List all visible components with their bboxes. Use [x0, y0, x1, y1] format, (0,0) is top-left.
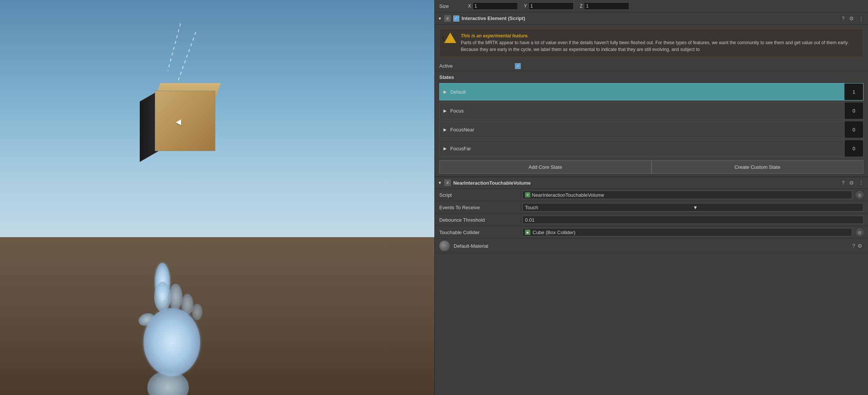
create-custom-state-button[interactable]: Create Custom State — [652, 160, 864, 174]
script-target-button[interactable]: ◎ — [856, 191, 863, 199]
warning-box: This is an experimental feature. Parts o… — [439, 28, 863, 57]
ie-settings-icon[interactable]: ⚙ — [848, 15, 855, 22]
state-focusfar-name: FocusFar — [450, 146, 844, 151]
ni-collapse-arrow[interactable]: ▼ — [438, 181, 442, 185]
active-label: Active — [439, 63, 515, 69]
ni-section-title: NearInteractionTouchableVolume — [453, 180, 838, 186]
viewport-3d — [0, 0, 434, 395]
state-focusnear-arrow[interactable]: ▶ — [440, 127, 450, 132]
states-section-label: States — [435, 71, 868, 82]
ie-section-title: Interactive Element (Script) — [462, 15, 838, 21]
ie-hash-badge: # — [444, 15, 451, 22]
svg-point-7 — [147, 370, 189, 395]
collider-ref-field[interactable]: ■ Cube (Box Collider) — [522, 228, 852, 236]
events-dropdown[interactable]: Touch ▼ — [522, 203, 863, 211]
collider-row: Touchable Collider ■ Cube (Box Collider)… — [435, 226, 868, 239]
state-item-focusnear[interactable]: ▶ FocusNear 0 — [439, 121, 863, 138]
script-label: Script — [439, 192, 522, 198]
ni-hash-badge: # — [444, 179, 451, 186]
events-row: Events To Receive Touch ▼ — [435, 201, 868, 214]
state-focus-value: 0 — [844, 102, 863, 119]
interactive-element-header: ▼ # ✓ Interactive Element (Script) ? ⚙ ⋮ — [435, 12, 868, 25]
size-x-field: X — [468, 2, 518, 10]
collider-ref-text: Cube (Box Collider) — [533, 230, 575, 235]
debounce-input[interactable] — [522, 216, 863, 224]
size-z-input[interactable] — [584, 2, 629, 10]
state-buttons-row: Add Core State Create Custom State — [439, 160, 863, 174]
script-ref-field[interactable]: # NearInteractionTouchableVolume — [522, 191, 852, 199]
ie-menu-icon[interactable]: ⋮ — [857, 15, 865, 22]
collider-target-button[interactable]: ◎ — [856, 228, 863, 236]
ie-help-icon[interactable]: ? — [840, 15, 846, 22]
size-row: Size X Y Z — [435, 0, 868, 12]
state-focus-arrow[interactable]: ▶ — [440, 108, 450, 113]
svg-point-1 — [154, 282, 171, 312]
warning-text-content: This is an experimental feature. Parts o… — [461, 32, 859, 53]
state-focusfar-value: 0 — [844, 140, 863, 157]
near-interaction-header: ▼ # NearInteractionTouchableVolume ? ⚙ ⋮ — [435, 177, 868, 189]
material-row: Default-Material ? ⚙ — [435, 239, 868, 253]
ni-help-icon[interactable]: ? — [840, 180, 846, 186]
warning-body: Parts of the MRTK appear to have a lot o… — [461, 40, 848, 52]
script-value-container: # NearInteractionTouchableVolume ◎ — [522, 191, 863, 199]
ie-enabled-checkbox[interactable]: ✓ — [453, 15, 459, 22]
add-core-state-button[interactable]: Add Core State — [439, 160, 652, 174]
size-z-label: Z — [580, 3, 582, 9]
script-ref-text: NearInteractionTouchableVolume — [532, 192, 604, 198]
material-settings-icon[interactable]: ⚙ — [856, 243, 863, 249]
material-name-label: Default-Material — [454, 243, 851, 249]
material-sphere-icon — [439, 241, 450, 251]
ni-settings-icon[interactable]: ⚙ — [848, 180, 855, 186]
svg-point-4 — [192, 304, 202, 320]
state-focusnear-name: FocusNear — [450, 127, 844, 133]
collider-label: Touchable Collider — [439, 230, 522, 235]
collider-value-container: ■ Cube (Box Collider) ◎ — [522, 228, 863, 236]
state-item-focus[interactable]: ▶ Focus 0 — [439, 102, 863, 119]
debounce-label: Debounce Threshold — [439, 217, 522, 223]
svg-point-2 — [169, 284, 182, 310]
hand-object — [113, 259, 219, 395]
active-checkbox[interactable]: ✓ — [515, 63, 521, 69]
ie-collapse-arrow[interactable]: ▼ — [438, 16, 442, 21]
events-label: Events To Receive — [439, 205, 522, 210]
active-row: Active ✓ — [435, 61, 868, 71]
svg-point-6 — [144, 308, 200, 376]
state-default-arrow[interactable]: ▶ — [440, 89, 450, 94]
state-item-focusfar[interactable]: ▶ FocusFar 0 — [439, 140, 863, 157]
state-default-value: 1 — [844, 83, 863, 100]
debounce-row: Debounce Threshold — [435, 214, 868, 226]
size-y-field: Y — [524, 2, 574, 10]
state-focusfar-arrow[interactable]: ▶ — [440, 146, 450, 151]
warning-triangle-icon — [444, 32, 456, 45]
events-value: Touch — [525, 205, 693, 210]
inspector-panel: Size X Y Z ▼ # ✓ Interactive Element (Sc… — [434, 0, 868, 395]
size-y-label: Y — [524, 3, 527, 9]
state-default-name: Default — [450, 89, 844, 95]
events-dropdown-arrow: ▼ — [693, 205, 861, 210]
material-help-icon[interactable]: ? — [851, 243, 856, 249]
size-label: Size — [439, 3, 462, 9]
size-z-field: Z — [580, 2, 629, 10]
size-x-input[interactable] — [473, 2, 518, 10]
script-ref-icon: # — [525, 192, 530, 198]
cube-front-face — [155, 91, 215, 151]
state-item-default[interactable]: ▶ Default 1 — [439, 83, 863, 100]
experimental-label: This is an experimental feature. — [461, 33, 528, 39]
script-row: Script # NearInteractionTouchableVolume … — [435, 189, 868, 201]
state-focusnear-value: 0 — [844, 121, 863, 138]
state-focus-name: Focus — [450, 108, 844, 114]
cube-collider-icon: ■ — [525, 230, 530, 235]
size-x-label: X — [468, 3, 471, 9]
size-y-input[interactable] — [528, 2, 574, 10]
ni-menu-icon[interactable]: ⋮ — [857, 180, 865, 186]
